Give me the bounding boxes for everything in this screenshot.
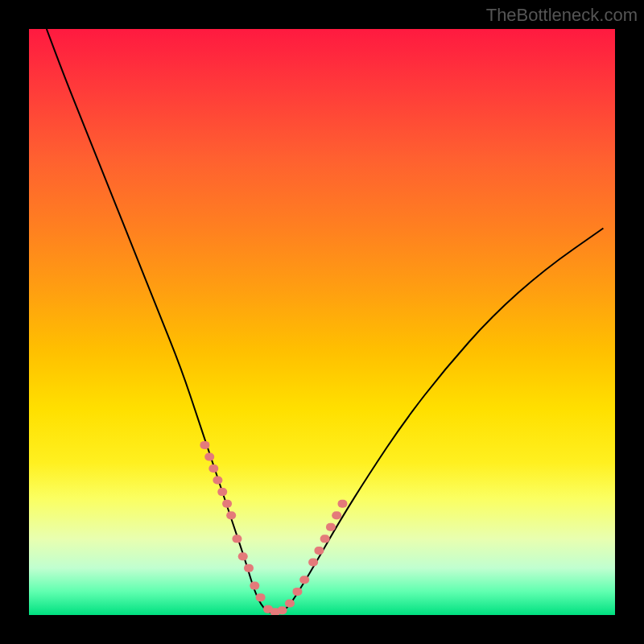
highlight-marker: [217, 488, 227, 496]
highlight-marker: [277, 606, 287, 614]
highlight-marker: [314, 547, 324, 555]
highlight-markers-group: [200, 441, 347, 615]
highlight-marker: [208, 464, 218, 473]
highlight-marker: [308, 558, 318, 566]
highlight-marker: [226, 511, 236, 519]
highlight-marker: [250, 582, 259, 590]
highlight-marker: [320, 535, 330, 543]
highlight-marker: [285, 599, 295, 607]
highlight-marker: [299, 576, 309, 584]
highlight-marker: [332, 511, 341, 519]
highlight-marker: [213, 477, 222, 485]
highlight-marker: [200, 441, 209, 449]
highlight-marker: [326, 523, 336, 531]
highlight-marker: [222, 500, 232, 508]
curve-svg: [29, 29, 615, 615]
highlight-marker: [292, 588, 302, 596]
bottleneck-curve-path: [47, 29, 604, 613]
highlight-marker: [232, 535, 242, 543]
highlight-marker: [337, 500, 347, 508]
highlight-marker: [204, 452, 214, 460]
plot-area: [29, 29, 615, 615]
watermark-text: TheBottleneck.com: [486, 5, 638, 26]
highlight-marker: [256, 593, 266, 601]
highlight-marker: [244, 564, 254, 572]
chart-container: TheBottleneck.com: [0, 0, 644, 644]
highlight-marker: [238, 552, 248, 560]
